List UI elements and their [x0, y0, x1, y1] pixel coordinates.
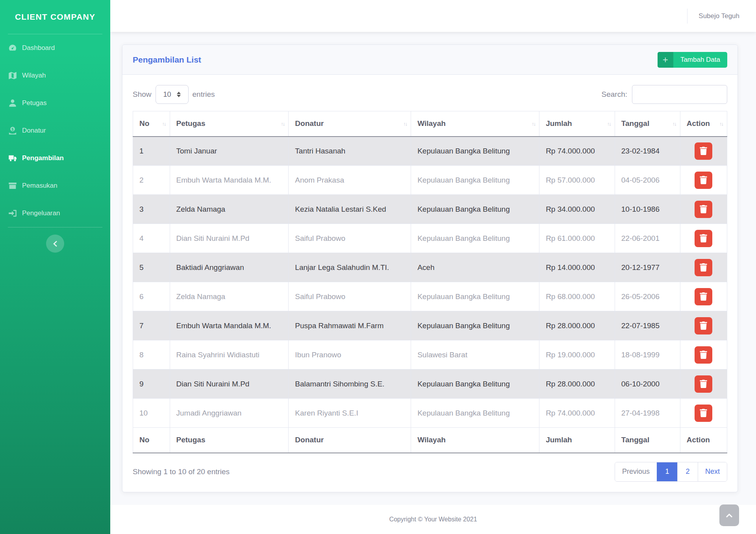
table-row: 7Embuh Warta Mandala M.M.Puspa Rahmawati…	[133, 311, 727, 340]
page-content: Pengambilan List + Tambah Data Show 10	[110, 32, 756, 492]
sort-icon: ↑↓	[673, 121, 676, 127]
sidebar-item-pemasukan[interactable]: Pemasukan	[0, 172, 110, 200]
cell-wilayah: Kepulauan Bangka Belitung	[411, 282, 539, 311]
cell-jumlah: Rp 28.000.000	[539, 370, 615, 399]
sidebar-item-donatur[interactable]: Donatur	[0, 117, 110, 144]
search-input[interactable]	[632, 85, 727, 104]
pagination-page-1[interactable]: 1	[657, 462, 677, 481]
column-header-donatur[interactable]: Donatur↑↓	[289, 111, 411, 137]
delete-button[interactable]	[695, 142, 712, 160]
chevron-up-icon	[726, 513, 733, 518]
sidebar-item-wilayah[interactable]: Wilayah	[0, 62, 110, 89]
box-icon	[8, 181, 17, 190]
chevron-left-icon	[52, 240, 58, 247]
scroll-top-button[interactable]	[719, 504, 739, 526]
sidebar: CLIENT COMPANY DashboardWilayahPetugasDo…	[0, 0, 110, 534]
tambah-data-button[interactable]: + Tambah Data	[658, 52, 727, 68]
cell-petugas: Embuh Warta Mandala M.M.	[170, 311, 289, 340]
footer-header-action: Action	[680, 428, 727, 453]
cell-donatur: Ibun Pranowo	[289, 340, 411, 370]
table-header-row: No↑↓Petugas↑↓Donatur↑↓Wilayah↑↓Jumlah↑↓T…	[133, 111, 727, 137]
pagination-next[interactable]: Next	[698, 462, 727, 481]
pagination: Previous12Next	[615, 462, 727, 482]
column-header-no[interactable]: No↑↓	[133, 111, 170, 137]
search-label: Search:	[602, 90, 627, 99]
column-header-jumlah[interactable]: Jumlah↑↓	[539, 111, 615, 137]
signout-icon	[8, 209, 17, 218]
cell-petugas: Raina Syahrini Widiastuti	[170, 340, 289, 370]
table-row: 8Raina Syahrini WidiastutiIbun PranowoSu…	[133, 340, 727, 370]
cell-tanggal: 18-08-1999	[615, 340, 680, 370]
delete-button[interactable]	[695, 230, 712, 247]
map-icon	[8, 71, 17, 80]
cell-petugas: Baktiadi Anggriawan	[170, 253, 289, 282]
sidebar-item-label: Donatur	[22, 127, 46, 135]
delete-button[interactable]	[695, 346, 712, 364]
card-header: Pengambilan List + Tambah Data	[122, 45, 737, 75]
sidebar-item-pengambilan[interactable]: Pengambilan	[0, 144, 110, 172]
table-foot: NoPetugasDonaturWilayahJumlahTanggalActi…	[133, 428, 727, 453]
cell-petugas: Zelda Namaga	[170, 195, 289, 224]
table-row: 3Zelda NamagaKezia Natalia Lestari S.Ked…	[133, 195, 727, 224]
cell-jumlah: Rp 57.000.000	[539, 166, 615, 195]
cell-no: 8	[133, 340, 170, 370]
delete-button[interactable]	[695, 405, 712, 422]
pengambilan-card: Pengambilan List + Tambah Data Show 10	[122, 44, 738, 492]
pengambilan-table: No↑↓Petugas↑↓Donatur↑↓Wilayah↑↓Jumlah↑↓T…	[133, 111, 727, 453]
entries-label: entries	[193, 90, 215, 99]
cell-action	[680, 253, 727, 282]
cell-jumlah: Rp 74.000.000	[539, 399, 615, 428]
cell-action	[680, 311, 727, 340]
pagination-previous[interactable]: Previous	[615, 462, 657, 481]
username[interactable]: Subejo Teguh	[699, 12, 739, 20]
brand[interactable]: CLIENT COMPANY	[0, 0, 110, 34]
user-icon	[8, 99, 17, 107]
trash-icon	[700, 351, 707, 359]
sidebar-item-label: Pengeluaran	[22, 209, 60, 217]
trash-icon	[700, 292, 707, 301]
pagination-page-2[interactable]: 2	[677, 462, 698, 481]
table-row: 9Dian Siti Nuraini M.PdBalamantri Sihomb…	[133, 370, 727, 399]
sidebar-item-dashboard[interactable]: Dashboard	[0, 34, 110, 62]
cell-action	[680, 370, 727, 399]
delete-button[interactable]	[695, 317, 712, 334]
cell-petugas: Dian Siti Nuraini M.Pd	[170, 224, 289, 253]
column-header-action[interactable]: Action↑↓	[680, 111, 727, 137]
cell-tanggal: 10-10-1986	[615, 195, 680, 224]
cell-petugas: Tomi Januar	[170, 137, 289, 166]
footer-header-no: No	[133, 428, 170, 453]
column-header-tanggal[interactable]: Tanggal↑↓	[615, 111, 680, 137]
delete-button[interactable]	[695, 172, 712, 189]
cell-wilayah: Kepulauan Bangka Belitung	[411, 311, 539, 340]
trash-icon	[700, 234, 707, 242]
column-header-petugas[interactable]: Petugas↑↓	[170, 111, 289, 137]
sidebar-item-petugas[interactable]: Petugas	[0, 89, 110, 117]
cell-action	[680, 282, 727, 311]
show-label: Show	[133, 90, 152, 99]
tambah-data-label: Tambah Data	[673, 52, 727, 68]
cell-action	[680, 224, 727, 253]
sidebar-toggle-button[interactable]	[46, 235, 64, 253]
cell-donatur: Balamantri Sihombing S.E.	[289, 370, 411, 399]
cell-tanggal: 04-05-2006	[615, 166, 680, 195]
column-header-wilayah[interactable]: Wilayah↑↓	[411, 111, 539, 137]
cell-donatur: Puspa Rahmawati M.Farm	[289, 311, 411, 340]
footer-header-petugas: Petugas	[170, 428, 289, 453]
footer-header-tanggal: Tanggal	[615, 428, 680, 453]
cell-tanggal: 26-05-2006	[615, 282, 680, 311]
cell-no: 4	[133, 224, 170, 253]
cell-petugas: Jumadi Anggriawan	[170, 399, 289, 428]
trash-icon	[700, 322, 707, 330]
delete-button[interactable]	[695, 288, 712, 305]
cell-jumlah: Rp 28.000.000	[539, 311, 615, 340]
cell-action	[680, 195, 727, 224]
delete-button[interactable]	[695, 375, 712, 393]
sidebar-item-label: Petugas	[22, 99, 46, 107]
delete-button[interactable]	[695, 201, 712, 218]
page-length-select[interactable]: 10	[156, 85, 189, 104]
cell-jumlah: Rp 14.000.000	[539, 253, 615, 282]
cell-no: 1	[133, 137, 170, 166]
cell-donatur: Lanjar Lega Salahudin M.TI.	[289, 253, 411, 282]
sidebar-item-pengeluaran[interactable]: Pengeluaran	[0, 200, 110, 227]
delete-button[interactable]	[695, 259, 712, 276]
